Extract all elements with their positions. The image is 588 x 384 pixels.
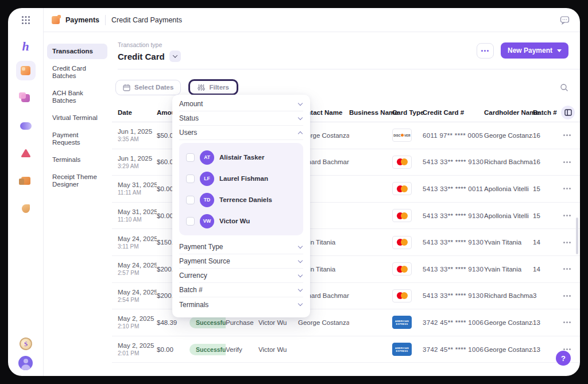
more-actions-button[interactable] xyxy=(477,43,494,59)
table-row[interactable]: May 2, 20252:01 PM$0.00SuccessfulVerifyV… xyxy=(112,336,580,363)
date-text: May 2, 2025 xyxy=(118,342,157,349)
row-actions-button[interactable] xyxy=(557,348,577,350)
checkbox[interactable] xyxy=(186,153,195,162)
filter-section-payment-type[interactable]: Payment Type xyxy=(179,240,303,254)
rail-item-pill[interactable] xyxy=(16,116,36,135)
ellipsis-icon xyxy=(566,295,568,297)
row-actions-button[interactable] xyxy=(557,188,577,189)
cell-card-type xyxy=(392,209,423,222)
sidebar-item-terminals[interactable]: Terminals xyxy=(47,152,107,168)
checkbox[interactable] xyxy=(186,174,195,183)
sidebar-item-credit-card-batches[interactable]: Credit Card Batches xyxy=(47,61,107,84)
cell-cardholder-name: Yvain Titania xyxy=(484,266,533,273)
cell-credit-card-number: 5413 33** **** 9130 xyxy=(423,158,484,165)
rail-item-leaf[interactable] xyxy=(16,199,36,218)
cell-credit-card-number: 3742 45** **** 1006 xyxy=(423,319,484,326)
cell-type: Purchase xyxy=(226,319,258,326)
rail-item-payments[interactable] xyxy=(16,61,36,80)
column-settings-button[interactable] xyxy=(561,106,575,119)
chat-bubble-icon[interactable] xyxy=(560,15,570,25)
filter-section-amount[interactable]: Amount xyxy=(179,97,303,111)
shapes-icon xyxy=(21,94,30,102)
cell-amount: $0.00 xyxy=(157,346,189,353)
row-actions-button[interactable] xyxy=(557,161,577,163)
row-actions-button[interactable] xyxy=(557,242,577,243)
apps-grid-icon[interactable] xyxy=(22,16,24,18)
filter-section-payment-source[interactable]: Payment Source xyxy=(179,254,303,269)
date-text: May 2, 2025 xyxy=(118,315,157,322)
credits-coin-icon[interactable]: S xyxy=(18,336,33,351)
brand-logo-h[interactable]: h xyxy=(22,40,29,53)
sidebar-item-virtual-terminal[interactable]: Virtual Terminal xyxy=(47,110,107,126)
user-name: Alistair Tasker xyxy=(219,154,264,161)
sidebar-item-transactions[interactable]: Transactions xyxy=(47,44,107,59)
checkbox[interactable] xyxy=(186,196,195,204)
cell-type: Verify xyxy=(226,346,258,353)
sidebar-item-payment-requests[interactable]: Payment Requests xyxy=(47,127,107,150)
time-text: 2:54 PM xyxy=(118,297,157,303)
checkbox[interactable] xyxy=(186,217,195,226)
user-filter-option[interactable]: LFLaurel Fishman xyxy=(186,170,296,187)
mastercard-card-icon xyxy=(392,236,412,249)
sidebar-item-ach-bank-batches[interactable]: ACH Bank Batches xyxy=(47,86,107,108)
cell-date: Jun 1, 20253:29 AM xyxy=(118,155,157,169)
row-actions-button[interactable] xyxy=(557,134,577,136)
row-actions-button[interactable] xyxy=(557,215,577,216)
avatar: TD xyxy=(200,193,214,207)
user-filter-option[interactable]: TDTerrence Daniels xyxy=(186,192,296,208)
transaction-type-select[interactable]: Credit Card xyxy=(118,51,181,62)
user-avatar[interactable] xyxy=(18,356,33,370)
filters-dropdown-panel: AmountStatusUsersATAlistair TaskerLFLaur… xyxy=(172,95,310,317)
cell-date: May 24, 20252:54 PM xyxy=(118,289,157,303)
calendar-icon xyxy=(123,84,130,91)
column-header-business-name: Business Name xyxy=(349,109,392,116)
filter-section-users[interactable]: Users xyxy=(179,126,303,140)
filter-section-terminals[interactable]: Terminals xyxy=(179,297,303,312)
vertical-scrollbar[interactable] xyxy=(576,218,578,254)
cell-batch-number: 13 xyxy=(533,319,557,326)
rail-item-files[interactable] xyxy=(16,171,36,191)
new-payment-button[interactable]: New Payment xyxy=(501,42,568,59)
rail-item-products[interactable] xyxy=(16,88,36,108)
chevron-down-icon xyxy=(298,286,303,291)
cell-date: May 2, 20252:10 PM xyxy=(118,315,157,329)
mastercard-card-icon xyxy=(392,209,412,222)
row-actions-button[interactable] xyxy=(557,268,577,270)
avatar: LF xyxy=(200,172,214,186)
rail-item-contacts[interactable] xyxy=(16,143,36,163)
status-badge: Successful xyxy=(189,344,226,355)
cell-batch-number: 15 xyxy=(533,212,557,219)
user-filter-option[interactable]: VWVictor Wu xyxy=(186,213,296,229)
row-actions-button[interactable] xyxy=(557,321,577,323)
search-icon[interactable] xyxy=(560,83,568,92)
select-dates-button[interactable]: Select Dates xyxy=(115,80,181,95)
user-name: Terrence Daniels xyxy=(219,196,272,203)
filter-section-label: Status xyxy=(179,114,199,122)
filter-section-status[interactable]: Status xyxy=(179,111,303,126)
cell-batch-number: 16 xyxy=(533,132,557,139)
cell-card-type xyxy=(392,289,423,302)
row-actions-button[interactable] xyxy=(557,295,577,297)
cell-cardholder-name: George Costanza xyxy=(484,346,533,353)
filters-button[interactable]: Filters xyxy=(188,79,238,95)
cell-batch-number: 14 xyxy=(533,239,557,246)
transaction-type-label: Transaction type xyxy=(118,41,181,48)
caret-down-icon xyxy=(557,49,562,52)
filter-section-currency[interactable]: Currency xyxy=(179,269,303,283)
column-header-credit-card-: Credit Card # xyxy=(423,109,484,116)
pill-icon xyxy=(20,122,32,130)
cell-user: Victor Wu xyxy=(258,346,298,353)
cell-user: Victor Wu xyxy=(258,319,298,326)
cell-batch-number: 16 xyxy=(533,158,557,165)
help-button[interactable]: ? xyxy=(556,351,571,366)
date-text: Jun 1, 2025 xyxy=(118,128,157,135)
date-text: Jun 1, 2025 xyxy=(118,155,157,162)
sidebar-item-receipt-theme-designer[interactable]: Receipt Theme Designer xyxy=(47,169,107,192)
cell-status: Successful xyxy=(189,344,226,355)
user-filter-option[interactable]: ATAlistair Tasker xyxy=(186,149,296,165)
breadcrumb-app[interactable]: Payments xyxy=(65,16,99,24)
chevron-down-icon[interactable] xyxy=(169,51,181,62)
filter-section-batch-[interactable]: Batch # xyxy=(179,283,303,297)
avatar: VW xyxy=(200,214,214,228)
amex-card-icon: AMERICANEXPRESS xyxy=(392,316,412,329)
